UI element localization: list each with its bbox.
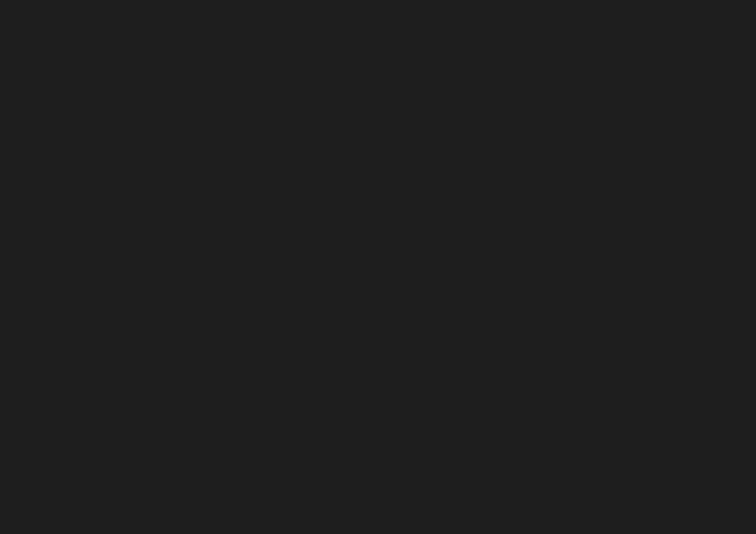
finder-window: [0, 0, 756, 534]
